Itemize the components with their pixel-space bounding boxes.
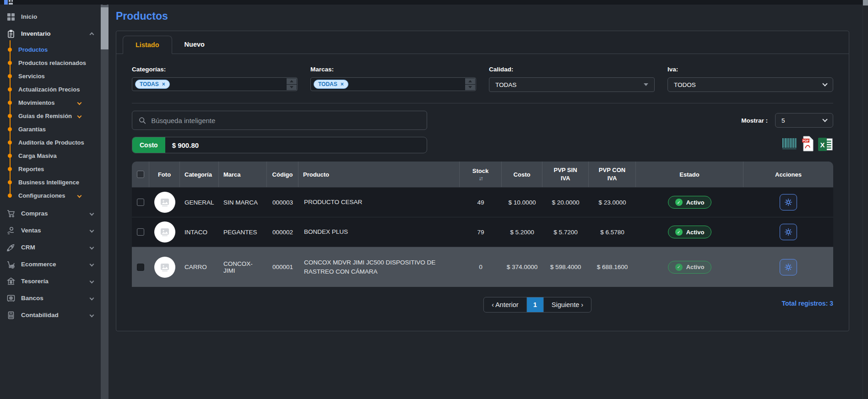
cell-estado: ✓Activo	[636, 224, 743, 240]
calidad-select[interactable]: TODAS	[489, 77, 655, 92]
header-select-all	[132, 162, 149, 187]
bank-icon	[6, 277, 16, 286]
sidebar-item-inicio[interactable]: Inicio	[0, 8, 101, 25]
sidebar-item-label: Auditoría de Productos	[18, 139, 84, 146]
header-pvp-con: PVP CON IVA	[589, 162, 636, 187]
row-checkbox[interactable]	[137, 264, 144, 271]
sidebar-item-business-intelligence[interactable]: Business Intelligence	[10, 176, 101, 189]
sidebar-item-auditoria-productos[interactable]: Auditoría de Productos	[10, 136, 101, 149]
row-actions-button[interactable]	[780, 224, 797, 240]
sidebar-item-garantias[interactable]: Garantías	[10, 123, 101, 136]
row-checkbox[interactable]	[137, 228, 144, 236]
status-badge-activo[interactable]: ✓Activo	[668, 196, 712, 209]
chip-remove-icon[interactable]: ×	[162, 81, 165, 87]
product-image-placeholder	[154, 192, 175, 213]
spinner-down-button[interactable]	[465, 85, 475, 91]
calidad-value: TODAS	[495, 81, 516, 88]
page-1-button[interactable]: 1	[527, 297, 544, 312]
marcas-multiselect[interactable]: TODAS×	[310, 77, 476, 91]
chip-remove-icon[interactable]: ×	[341, 81, 344, 87]
sidebar-item-inventario[interactable]: Inventario	[0, 25, 101, 42]
sidebar-item-compras[interactable]: Compras	[0, 205, 101, 222]
sidebar-item-configuraciones[interactable]: Configuraciones	[10, 189, 101, 202]
sidebar-item-actualizacion-precios[interactable]: Actualización Precios	[10, 83, 101, 96]
spinner-up-button[interactable]	[287, 78, 297, 84]
sidebar-scrollbar[interactable]	[101, 0, 108, 399]
row-checkbox[interactable]	[137, 199, 144, 206]
mostrar-select[interactable]: 5	[775, 113, 833, 128]
sidebar-item-guias-remision[interactable]: Guías de Remisión	[10, 109, 101, 123]
barcode-icon[interactable]	[781, 136, 797, 153]
pagination: ‹ Anterior 1 Siguiente ›	[483, 297, 591, 313]
pagination-row: ‹ Anterior 1 Siguiente › Total registros…	[132, 297, 833, 313]
sidebar-item-label: Ventas	[21, 227, 41, 234]
scrollbar-thumb[interactable]	[101, 7, 108, 49]
cell-stock: 0	[460, 262, 502, 272]
sidebar-item-ecommerce[interactable]: Ecommerce	[0, 256, 101, 273]
sidebar-item-productos-relacionados[interactable]: Productos relacionados	[10, 56, 101, 70]
table-header-row: Foto Categoría Marca Código Producto Sto…	[132, 162, 833, 187]
sidebar-item-label: Bancos	[21, 295, 43, 302]
sidebar-item-servicios[interactable]: Servicios	[10, 70, 101, 83]
header-marca: Marca	[219, 162, 267, 187]
sidebar-item-tesoreria[interactable]: Tesorería	[0, 273, 101, 290]
categorias-label: Categorías:	[132, 66, 298, 73]
spinner-up-button[interactable]	[465, 78, 475, 84]
cell-costo: $ 10.0000	[502, 197, 542, 208]
calculator-icon	[6, 311, 16, 320]
prev-page-button[interactable]: ‹ Anterior	[484, 297, 527, 312]
spinner-control	[287, 78, 297, 90]
scrollbar-thumb[interactable]	[863, 0, 868, 5]
spinner-down-button[interactable]	[287, 85, 297, 91]
chevron-down-icon	[90, 296, 94, 301]
svg-text:X: X	[820, 141, 825, 149]
sidebar-item-movimientos[interactable]: Movimientos	[10, 96, 101, 109]
categorias-multiselect[interactable]: TODAS×	[132, 77, 298, 91]
mostrar-group: Mostrar : 5	[741, 113, 833, 128]
sort-icon[interactable]: ↓↑	[479, 175, 483, 182]
page-scrollbar[interactable]	[863, 0, 868, 399]
excel-icon[interactable]: X	[818, 137, 833, 153]
pdf-icon[interactable]: PDF	[802, 136, 814, 153]
categorias-chip[interactable]: TODAS×	[135, 80, 170, 89]
cell-estado: ✓Activo	[636, 259, 743, 275]
header-stock[interactable]: Stock↓↑	[460, 162, 502, 187]
row-actions-button[interactable]	[780, 259, 797, 275]
tab-listado[interactable]: Listado	[123, 36, 172, 54]
products-table: Foto Categoría Marca Código Producto Sto…	[132, 162, 833, 287]
cell-acciones	[743, 192, 833, 212]
sidebar-item-crm[interactable]: CRM	[0, 239, 101, 256]
sidebar-item-contabilidad[interactable]: Contabilidad	[0, 307, 101, 324]
gear-icon	[784, 228, 792, 236]
marcas-label: Marcas:	[310, 66, 476, 73]
inventario-submenu: Productos Productos relacionados Servici…	[10, 42, 101, 205]
sidebar-item-label: CRM	[21, 244, 35, 251]
filter-row: Categorías: TODAS× Marcas: TODAS×	[132, 66, 833, 92]
sidebar-item-label: Movimientos	[18, 99, 54, 106]
status-badge-activo[interactable]: ✓Activo	[668, 261, 712, 274]
select-all-checkbox[interactable]	[137, 171, 144, 178]
sidebar-item-bancos[interactable]: Bancos	[0, 290, 101, 307]
filter-categorias: Categorías: TODAS×	[132, 66, 298, 92]
home-grid-icon	[6, 12, 16, 22]
sidebar-item-reportes[interactable]: Reportes	[10, 162, 101, 176]
check-circle-icon: ✓	[675, 264, 683, 271]
tab-nuevo[interactable]: Nuevo	[172, 36, 217, 54]
sidebar-item-carga-masiva[interactable]: Carga Masiva	[10, 149, 101, 162]
row-actions-button[interactable]	[780, 194, 797, 210]
sidebar-item-productos[interactable]: Productos	[10, 43, 101, 56]
app-shell: Inicio Inventario Productos Productos re…	[0, 0, 868, 399]
search-input[interactable]	[151, 117, 420, 124]
status-badge-activo[interactable]: ✓Activo	[668, 226, 712, 238]
next-page-button[interactable]: Siguiente ›	[544, 297, 591, 312]
sidebar-item-ventas[interactable]: Ventas	[0, 222, 101, 239]
main-content: Productos Listado Nuevo Categorías: TODA…	[108, 0, 868, 399]
search-icon	[139, 117, 146, 124]
iva-select[interactable]: TODOS	[667, 77, 833, 92]
chevron-up-icon	[90, 32, 94, 37]
sidebar-item-label: Guías de Remisión	[18, 113, 72, 119]
cell-codigo: 000003	[267, 197, 298, 208]
costo-value[interactable]: $ 900.80	[165, 137, 206, 153]
marcas-chip[interactable]: TODAS×	[314, 80, 348, 89]
header-categoria: Categoría	[180, 162, 219, 187]
